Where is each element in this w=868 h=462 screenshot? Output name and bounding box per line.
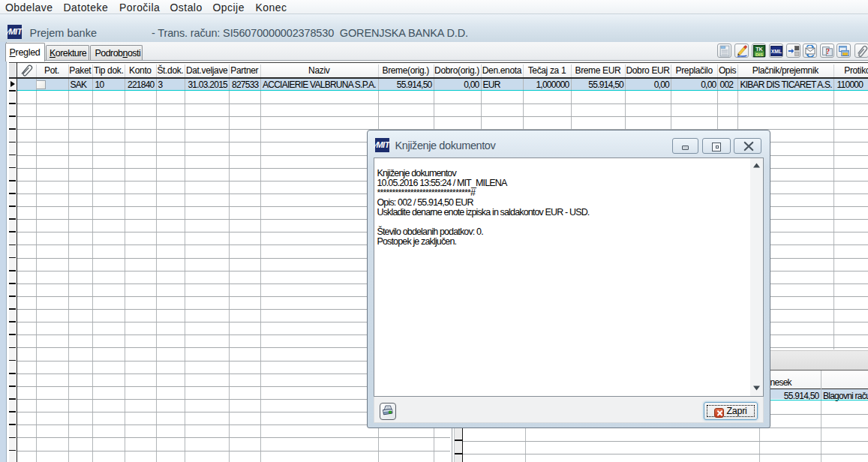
svg-text:DIS: DIS [755, 52, 763, 56]
svg-text:XML: XML [771, 49, 782, 54]
svg-text:?: ? [826, 47, 830, 56]
